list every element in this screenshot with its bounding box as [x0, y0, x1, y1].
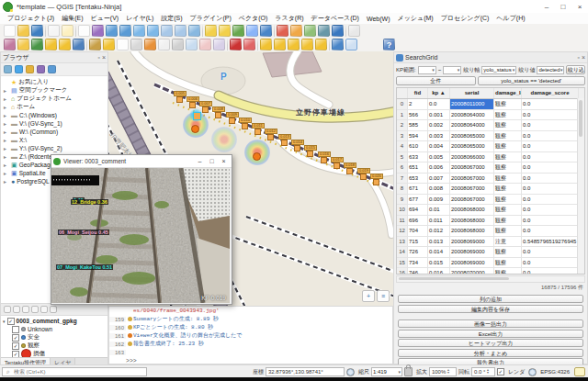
kp-marker[interactable]: 0.007 — [202, 106, 209, 113]
cell-kp[interactable]: 0.012 — [428, 226, 450, 236]
selected-feature-marker[interactable] — [189, 108, 203, 122]
cell-kp[interactable]: 0.016 — [428, 268, 450, 275]
cell-row-index[interactable]: 1 — [397, 110, 408, 120]
expand-icon[interactable]: ▸ — [4, 162, 9, 168]
python-console-button[interactable] — [345, 39, 357, 50]
table-row[interactable]: 4 610 0.004 20008065000 観察 0.0 NULL — [397, 141, 585, 152]
layer-list-overlay-button[interactable]: ≡ — [377, 290, 390, 302]
cell-kp[interactable]: 0.007 — [428, 174, 450, 184]
crs-globe-icon[interactable] — [528, 368, 537, 376]
toolbar-icon[interactable] — [4, 25, 16, 37]
expand-icon[interactable]: ▸ — [4, 87, 9, 94]
filter-legend-icon[interactable] — [31, 306, 39, 313]
cell-damage-level[interactable]: 観察 — [494, 258, 522, 268]
toolbar-icon[interactable] — [106, 25, 118, 37]
legend-row[interactable]: ✓ 観察 — [3, 342, 107, 350]
zoom-in-overlay-button[interactable]: + — [362, 290, 375, 302]
kp-marker[interactable]: 0.012 — [267, 134, 274, 140]
menu-item[interactable]: ビュー(V) — [87, 14, 123, 23]
cell-serial[interactable]: 20008065000 — [450, 141, 494, 151]
apply-filter-button[interactable]: 絞り込み — [566, 65, 585, 74]
cell-damage-score[interactable]: 0.0 — [522, 120, 579, 130]
cell-damage-level[interactable]: 観察 — [494, 141, 522, 151]
browser-tree-item[interactable]: ▸ ▬ C:\ (Windows) — [1, 111, 107, 119]
browser-tool-icon[interactable] — [15, 65, 23, 73]
undock-icon[interactable]: ▫ — [577, 54, 579, 61]
close-icon[interactable]: × — [102, 54, 106, 61]
toolbar-icon[interactable] — [260, 39, 272, 50]
toolbar-icon[interactable] — [172, 39, 184, 50]
kp-marker[interactable]: 0.010 — [242, 123, 248, 129]
cell-serial[interactable]: 20008070000 — [450, 268, 494, 275]
close-icon[interactable]: × — [582, 54, 585, 61]
cell-row-index[interactable]: 0 — [397, 99, 408, 109]
cell-damage-score[interactable]: 0.0 — [522, 226, 579, 236]
table-row[interactable]: 8 671 0.008 20008067000 観察 0.0 NULL — [397, 184, 585, 195]
cell-damage-score[interactable]: 0.5485796519276945 — [522, 237, 579, 247]
toolbar-icon[interactable] — [62, 25, 74, 37]
toolbar-icon[interactable] — [17, 25, 29, 37]
toolbar-icon[interactable] — [332, 25, 344, 37]
cell-serial[interactable]: 20008068000 — [450, 226, 494, 236]
cell-damage-level[interactable]: 観察 — [494, 162, 522, 173]
cell-fid[interactable]: 715 — [408, 237, 428, 247]
console-prompt[interactable]: >>> — [109, 356, 392, 364]
cell-kp[interactable]: 0.001 — [428, 110, 450, 120]
cell-fid[interactable]: 726 — [408, 247, 428, 257]
cell-kp[interactable]: 0.0 — [428, 99, 450, 109]
toolbar-icon[interactable] — [45, 25, 46, 37]
cell-serial[interactable]: 20008011000 — [450, 99, 494, 109]
cell-damage-level[interactable]: 観察 — [494, 152, 522, 162]
legend-checkbox[interactable] — [12, 326, 19, 333]
table-row[interactable]: 6 651 0.006 20008067000 観察 0.0 NULL — [397, 162, 585, 174]
toolbar-icon[interactable] — [73, 39, 85, 50]
cell-damage-level[interactable]: 観察 — [494, 184, 522, 194]
cell-row-index[interactable]: 15 — [397, 258, 408, 268]
browser-tree-item[interactable]: ▸ ⌂ プロジェクトホーム — [1, 95, 107, 103]
cell-kp[interactable]: 0.008 — [428, 184, 450, 194]
cell-row-index[interactable]: 13 — [397, 237, 408, 247]
cell-damage-score[interactable]: 0.0 — [522, 247, 579, 257]
menu-item[interactable]: プラグイン(P) — [187, 14, 235, 23]
cell-fid[interactable]: 746 — [408, 268, 428, 275]
browser-tree-item[interactable]: ▸ ▬ X:\ — [1, 136, 107, 144]
toolbar-icon[interactable] — [175, 25, 187, 37]
browser-tree-item[interactable]: ▸ ▬ V:\ (GV-Sync_1) — [1, 119, 107, 128]
kp-marker[interactable]: 0.011 — [254, 129, 261, 135]
browser-tree-item[interactable]: ▸ ⌂ ホーム — [1, 103, 107, 111]
toolbar-icon[interactable] — [48, 25, 60, 37]
toolbar-icon[interactable] — [4, 39, 16, 50]
cell-serial[interactable]: 20008069000 — [450, 237, 494, 247]
cell-serial[interactable]: 20008067000 — [450, 195, 494, 205]
table-row[interactable]: 10 694 0.01 20008068000 観察 0.0 NULL — [397, 205, 585, 216]
menu-item[interactable]: Web(W) — [363, 16, 394, 22]
cell-kp[interactable]: 0.01 — [428, 205, 450, 215]
cell-damage-level[interactable]: 観察 — [494, 268, 522, 275]
table-row[interactable]: 14 726 0.014 20008069000 観察 0.0 NULL — [397, 247, 585, 258]
menu-item[interactable]: 編集(E) — [58, 14, 86, 23]
cell-kp[interactable]: 0.015 — [428, 258, 450, 268]
expand-icon[interactable]: ▸ — [4, 137, 9, 143]
menu-item[interactable]: プロセシング(C) — [437, 14, 493, 23]
toolbar-icon[interactable] — [290, 25, 302, 37]
extent-icon[interactable] — [346, 368, 355, 376]
magnifier-value[interactable]: 100%▲▼ — [429, 367, 457, 376]
toolbar-icon[interactable] — [31, 39, 43, 50]
expand-icon[interactable]: ▸ — [4, 112, 9, 118]
menu-item[interactable]: 設定(S) — [157, 14, 186, 23]
remove-layer-icon[interactable] — [50, 306, 57, 313]
cell-fid[interactable]: 585 — [408, 120, 428, 130]
cell-damage-score[interactable]: 0.0 — [522, 205, 579, 215]
toolbar-icon[interactable] — [133, 25, 145, 37]
scale-combo[interactable]: 1:419▾ — [371, 367, 402, 376]
kp-marker[interactable]: 0.015 — [307, 151, 313, 157]
cell-kp[interactable]: 0.011 — [428, 216, 450, 226]
toolbar-icon[interactable] — [318, 25, 330, 37]
cell-kp[interactable]: 0.005 — [428, 152, 450, 162]
toolbar-icon[interactable] — [202, 25, 203, 37]
col-serial[interactable]: serial — [450, 88, 494, 98]
cell-row-index[interactable]: 2 — [397, 120, 408, 130]
toolbar-icon[interactable] — [213, 39, 225, 50]
toolbar-icon[interactable] — [45, 39, 57, 50]
toolbar-icon[interactable] — [92, 25, 104, 37]
